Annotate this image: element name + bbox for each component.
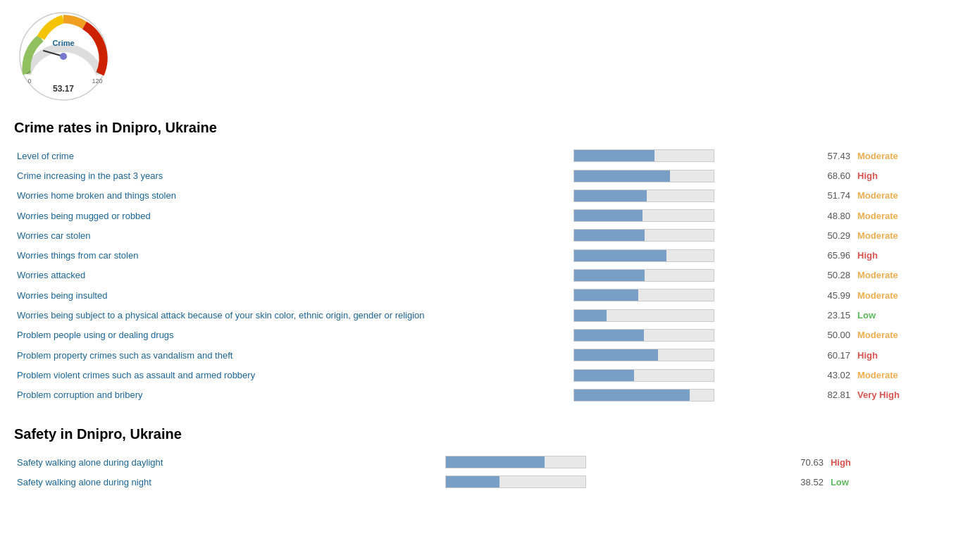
- crime-bar-inner: [574, 370, 634, 381]
- crime-level: Moderate: [855, 186, 942, 206]
- safety-bar-cell: [442, 452, 742, 472]
- crime-bar-cell: [571, 325, 800, 345]
- crime-bar-outer: [573, 289, 714, 301]
- gauge-section: 0 120 Crime 53.17: [14, 7, 942, 106]
- crime-bar-inner: [574, 230, 645, 241]
- crime-value: 65.96: [800, 245, 855, 265]
- crime-bar-outer: [573, 249, 714, 262]
- safety-bar-outer: [445, 475, 586, 488]
- crime-bar-outer: [573, 349, 714, 361]
- crime-bar-outer: [573, 329, 714, 342]
- crime-label: Worries home broken and things stolen: [14, 186, 571, 206]
- svg-text:0: 0: [27, 77, 31, 85]
- crime-level: Moderate: [855, 266, 942, 285]
- safety-bar-inner: [446, 476, 499, 487]
- crime-level: High: [855, 345, 942, 365]
- crime-label: Worries being mugged or robbed: [14, 206, 571, 225]
- safety-value: 70.63: [742, 452, 828, 472]
- table-row: Worries car stolen 50.29 Moderate: [14, 225, 942, 245]
- table-row: Safety walking alone during daylight 70.…: [14, 452, 942, 472]
- crime-bar-outer: [573, 369, 714, 382]
- crime-bar-inner: [574, 290, 638, 301]
- safety-section-title: Safety in Dnipro, Ukraine: [14, 426, 942, 442]
- crime-bar-outer: [573, 389, 714, 402]
- crime-bar-cell: [571, 365, 800, 385]
- crime-value: 50.29: [800, 225, 855, 245]
- table-row: Crime increasing in the past 3 years 68.…: [14, 166, 942, 185]
- crime-bar-outer: [573, 269, 714, 282]
- crime-table: Level of crime 57.43 Moderate Crime incr…: [14, 146, 942, 405]
- crime-value: 48.80: [800, 206, 855, 225]
- crime-bar-cell: [571, 166, 800, 185]
- safety-label: Safety walking alone during night: [14, 472, 442, 492]
- table-row: Worries being mugged or robbed 48.80 Mod…: [14, 206, 942, 225]
- safety-table: Safety walking alone during daylight 70.…: [14, 452, 942, 492]
- crime-bar-cell: [571, 285, 800, 305]
- crime-level: Very High: [855, 385, 942, 405]
- crime-level: High: [855, 166, 942, 185]
- safety-level: High: [828, 452, 942, 472]
- crime-section: Crime rates in Dnipro, Ukraine Level of …: [14, 120, 942, 405]
- crime-bar-cell: [571, 186, 800, 206]
- table-row: Worries being insulted 45.99 Moderate: [14, 285, 942, 305]
- gauge-value: 53.17: [53, 84, 74, 94]
- crime-level: Moderate: [855, 365, 942, 385]
- crime-value: 50.00: [800, 325, 855, 345]
- crime-value: 43.02: [800, 365, 855, 385]
- crime-value: 45.99: [800, 285, 855, 305]
- crime-bar-inner: [574, 190, 646, 201]
- crime-label: Crime increasing in the past 3 years: [14, 166, 571, 185]
- crime-level: Moderate: [855, 206, 942, 225]
- svg-point-6: [60, 53, 67, 60]
- crime-bar-outer: [573, 170, 714, 182]
- crime-level: Moderate: [855, 325, 942, 345]
- crime-bar-outer: [573, 189, 714, 202]
- crime-value: 50.28: [800, 266, 855, 285]
- safety-label: Safety walking alone during daylight: [14, 452, 442, 472]
- crime-label: Worries things from car stolen: [14, 245, 571, 265]
- safety-value: 38.52: [742, 472, 828, 492]
- crime-label: Problem corruption and bribery: [14, 385, 571, 405]
- crime-label: Worries being insulted: [14, 285, 571, 305]
- crime-label: Problem violent crimes such as assault a…: [14, 365, 571, 385]
- svg-text:120: 120: [92, 77, 102, 85]
- crime-label: Worries car stolen: [14, 225, 571, 245]
- table-row: Problem violent crimes such as assault a…: [14, 365, 942, 385]
- crime-bar-cell: [571, 206, 800, 225]
- crime-bar-inner: [574, 310, 607, 321]
- safety-bar-inner: [446, 456, 545, 468]
- crime-label: Level of crime: [14, 146, 571, 166]
- crime-bar-cell: [571, 385, 800, 405]
- crime-bar-inner: [574, 170, 670, 182]
- crime-label: Worries being subject to a physical atta…: [14, 305, 571, 325]
- table-row: Worries home broken and things stolen 51…: [14, 186, 942, 206]
- crime-bar-outer: [573, 209, 714, 222]
- safety-level: Low: [828, 472, 942, 492]
- gauge-widget: 0 120 Crime 53.17: [14, 7, 113, 106]
- gauge-title: Crime: [52, 39, 74, 47]
- crime-bar-inner: [574, 250, 666, 261]
- crime-bar-inner: [574, 270, 645, 281]
- crime-bar-inner: [574, 150, 654, 161]
- safety-bar-cell: [442, 472, 742, 492]
- table-row: Safety walking alone during night 38.52 …: [14, 472, 942, 492]
- table-row: Problem corruption and bribery 82.81 Ver…: [14, 385, 942, 405]
- crime-label: Problem people using or dealing drugs: [14, 325, 571, 345]
- crime-label: Worries attacked: [14, 266, 571, 285]
- crime-bar-cell: [571, 146, 800, 166]
- safety-section: Safety in Dnipro, Ukraine Safety walking…: [14, 426, 942, 492]
- table-row: Level of crime 57.43 Moderate: [14, 146, 942, 166]
- crime-bar-cell: [571, 305, 800, 325]
- crime-section-title: Crime rates in Dnipro, Ukraine: [14, 120, 942, 136]
- table-row: Problem property crimes such as vandalis…: [14, 345, 942, 365]
- table-row: Problem people using or dealing drugs 50…: [14, 325, 942, 345]
- gauge-svg: 0 120 Crime 53.17: [14, 7, 113, 106]
- crime-value: 23.15: [800, 305, 855, 325]
- crime-value: 51.74: [800, 186, 855, 206]
- crime-bar-inner: [574, 330, 644, 341]
- crime-bar-outer: [573, 149, 714, 162]
- crime-value: 68.60: [800, 166, 855, 185]
- crime-label: Problem property crimes such as vandalis…: [14, 345, 571, 365]
- crime-bar-inner: [574, 210, 642, 221]
- crime-level: Moderate: [855, 285, 942, 305]
